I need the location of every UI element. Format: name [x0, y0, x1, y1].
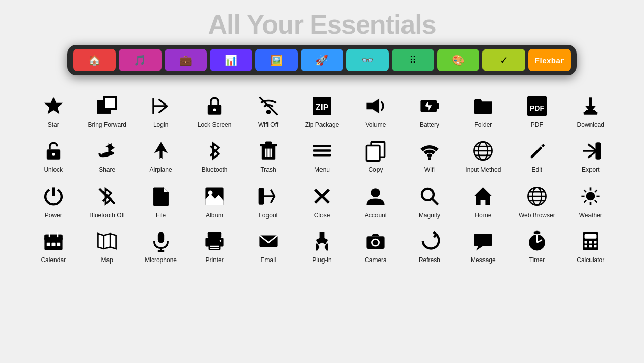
svg-point-7	[267, 111, 270, 113]
export-icon-label: Export	[582, 166, 600, 173]
bluetooth-off-icon[interactable]: Bluetooth Off	[80, 180, 133, 225]
touchbar-btn-home[interactable]: 🏠	[73, 49, 116, 71]
touchbar-btn-glasses[interactable]: 👓	[346, 49, 389, 71]
map-icon-label: Map	[101, 256, 113, 264]
refresh-icon[interactable]: Refresh	[403, 225, 456, 270]
svg-rect-104	[594, 241, 596, 243]
copy-icon[interactable]: Copy	[349, 135, 403, 179]
bring-forward-icon-label: Bring Forward	[88, 121, 126, 128]
input-method-icon-label: Input Method	[465, 166, 501, 173]
touchbar-btn-music[interactable]: 🎵	[119, 49, 161, 71]
svg-rect-83	[208, 232, 221, 238]
svg-line-68	[584, 200, 586, 202]
touchbar-btn-check[interactable]: ✓	[482, 49, 525, 71]
pdf-icon-label: PDF	[531, 121, 543, 128]
star-icon[interactable]: Star	[26, 90, 80, 135]
magnify-icon[interactable]: Magnify	[403, 180, 456, 225]
magnify-icon-label: Magnify	[419, 212, 440, 219]
svg-rect-71	[44, 238, 62, 240]
timer-icon[interactable]: Timer	[510, 225, 564, 270]
svg-rect-93	[474, 234, 492, 246]
touchbar-btn-flexbar[interactable]: Flexbar	[528, 49, 571, 71]
menu-icon[interactable]: Menu	[295, 135, 348, 179]
bluetooth-icon[interactable]: Bluetooth	[187, 135, 241, 179]
svg-point-51	[371, 188, 381, 197]
calculator-icon[interactable]: Calculator	[564, 225, 618, 270]
bring-forward-icon[interactable]: Bring Forward	[80, 90, 133, 135]
touchbar-btn-chart[interactable]: 📊	[210, 49, 252, 71]
edit-icon[interactable]: Edit	[510, 135, 564, 179]
volume-icon-label: Volume	[365, 121, 386, 128]
svg-rect-25	[265, 142, 271, 144]
login-icon[interactable]: Login	[134, 90, 187, 135]
svg-rect-80	[157, 232, 164, 243]
bluetooth-icon-label: Bluetooth	[202, 166, 228, 173]
airplane-icon[interactable]: Airplane	[134, 135, 187, 179]
account-icon[interactable]: Account	[349, 180, 403, 225]
plugin-icon[interactable]: Plug-in	[295, 225, 348, 270]
svg-rect-74	[47, 243, 50, 246]
svg-rect-2	[104, 97, 116, 109]
share-icon[interactable]: Share	[80, 135, 133, 179]
touchbar-btn-work[interactable]: 💼	[165, 49, 207, 71]
power-icon[interactable]: Power	[26, 180, 80, 225]
battery-icon[interactable]: Battery	[403, 90, 456, 135]
pdf-icon[interactable]: PDFPDF	[510, 90, 564, 135]
svg-text:PDF: PDF	[530, 104, 545, 112]
svg-rect-26	[264, 149, 266, 157]
touchbar-btn-photo[interactable]: 🖼️	[255, 49, 298, 71]
weather-icon-label: Weather	[579, 212, 602, 219]
wifi-icon[interactable]: Wifi	[403, 135, 456, 179]
unlock-icon-label: Unlock	[44, 166, 63, 173]
printer-icon[interactable]: Printer	[187, 225, 241, 270]
album-icon-label: Album	[206, 212, 223, 219]
wifi-off-icon[interactable]: Wifi Off	[242, 90, 295, 135]
web-browser-icon[interactable]: Web Browser	[510, 180, 564, 225]
weather-icon[interactable]: Weather	[564, 180, 618, 225]
close-icon[interactable]: Close	[295, 180, 348, 225]
page-title: All Your Essentials	[208, 9, 436, 40]
volume-icon[interactable]: Volume	[349, 90, 403, 135]
message-icon[interactable]: Message	[457, 225, 510, 270]
home-icon-label: Home	[475, 212, 491, 219]
svg-rect-33	[367, 146, 380, 161]
svg-rect-87	[210, 248, 219, 249]
svg-rect-48	[259, 189, 263, 204]
unlock-icon[interactable]: Unlock	[26, 135, 80, 179]
map-icon[interactable]: Map	[80, 225, 133, 270]
svg-line-53	[432, 198, 438, 204]
album-icon[interactable]: Album	[187, 180, 241, 225]
menu-icon-label: Menu	[314, 166, 330, 173]
lock-screen-icon[interactable]: Lock Screen	[187, 90, 241, 135]
email-icon[interactable]: Email	[242, 225, 295, 270]
microphone-icon[interactable]: Microphone	[134, 225, 187, 270]
svg-rect-103	[589, 241, 592, 243]
svg-point-34	[428, 158, 431, 160]
folder-icon[interactable]: Folder	[457, 90, 510, 135]
calendar-icon[interactable]: Calendar	[26, 225, 80, 270]
svg-rect-99	[535, 231, 538, 233]
svg-marker-54	[474, 187, 492, 205]
refresh-icon-label: Refresh	[419, 256, 440, 264]
svg-point-22	[52, 153, 55, 156]
export-icon[interactable]: Export	[564, 135, 618, 179]
touchbar-btn-paint[interactable]: 🎨	[437, 49, 479, 71]
folder-icon-label: Folder	[474, 121, 492, 128]
microphone-icon-label: Microphone	[145, 256, 177, 264]
web-browser-icon-label: Web Browser	[519, 212, 555, 219]
account-icon-label: Account	[365, 212, 387, 219]
touchbar-btn-rocket[interactable]: 🚀	[301, 49, 343, 71]
zip-package-icon[interactable]: ZIPZip Package	[295, 90, 348, 135]
download-icon[interactable]: Download	[564, 90, 618, 135]
svg-rect-42	[597, 143, 600, 159]
file-icon[interactable]: File	[134, 180, 187, 225]
camera-icon[interactable]: Camera	[349, 225, 403, 270]
calendar-icon-label: Calendar	[41, 256, 66, 264]
input-method-icon[interactable]: Input Method	[457, 135, 510, 179]
svg-text:ZIP: ZIP	[316, 103, 329, 112]
touchbar-btn-grid[interactable]: ⠿	[392, 49, 434, 71]
logout-icon[interactable]: Logout	[242, 180, 295, 225]
home-icon[interactable]: Home	[457, 180, 510, 225]
svg-marker-0	[44, 97, 63, 114]
trash-icon[interactable]: Trash	[242, 135, 295, 179]
